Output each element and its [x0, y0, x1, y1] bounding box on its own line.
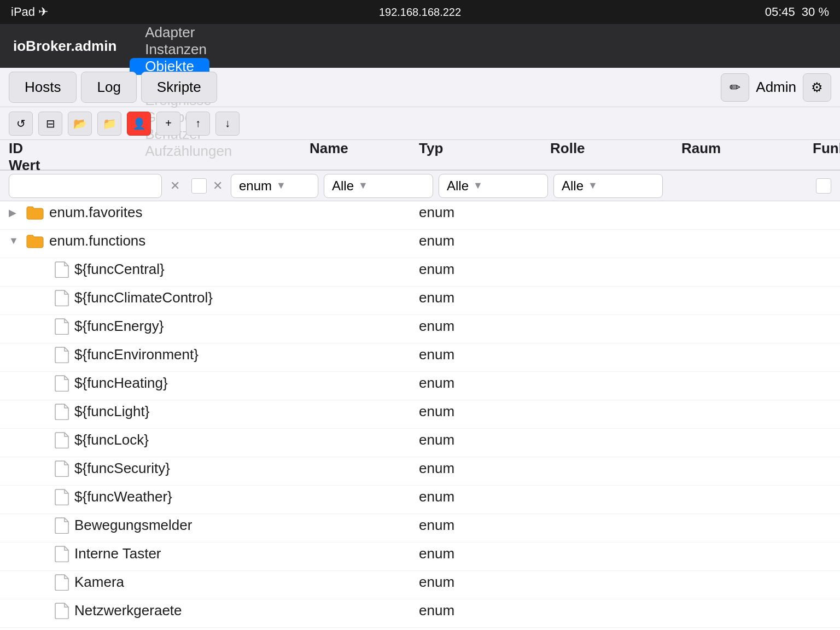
filter-wert-box [816, 178, 831, 194]
search-input[interactable] [9, 174, 162, 198]
filter-funktion-select[interactable]: Alle ▼ [553, 174, 663, 198]
row-typ: enum [419, 517, 550, 534]
filter-raum-value: Alle [447, 178, 469, 194]
edit-button[interactable]: ✏ [721, 73, 749, 102]
table-row[interactable]: Interne Tasterenum [0, 542, 840, 571]
table-row[interactable]: ${funcLock}enum [0, 429, 840, 457]
secondary-nav-tabs: HostsLogSkripte [9, 72, 221, 103]
top-nav-tabs: AdapterInstanzenObjekteZuständeEreigniss… [130, 24, 247, 68]
filter-rolle-value: Alle [332, 178, 354, 194]
col-header-id: ID [9, 140, 310, 157]
table-row[interactable]: ${funcWeather}enum [0, 486, 840, 514]
row-typ: enum [419, 375, 550, 392]
col-header-funktion: Funktion [813, 140, 840, 157]
row-id-text: Interne Taster [74, 545, 161, 562]
doc-icon [55, 489, 69, 505]
toolbar-person-delete-button[interactable]: 👤 [127, 112, 151, 136]
doc-icon [55, 432, 69, 448]
filter-color-group: ✕ [191, 178, 225, 194]
row-typ: enum [419, 289, 550, 306]
filter-raum-arrow: ▼ [473, 180, 483, 191]
table-row[interactable]: Bewegungsmelderenum [0, 514, 840, 542]
filter-typ-value: enum [239, 178, 272, 194]
sec-tab-log[interactable]: Log [81, 72, 136, 103]
secondary-nav: HostsLogSkripte ✏ Admin ⚙ [0, 68, 840, 107]
filter-funktion-value: Alle [562, 178, 584, 194]
toolbar-add-button[interactable]: + [156, 112, 180, 136]
search-clear-button[interactable]: ✕ [167, 178, 183, 194]
table-row[interactable]: ${funcSecurity}enum [0, 457, 840, 486]
row-typ: enum [419, 232, 550, 249]
row-typ: enum [419, 488, 550, 505]
col-header-wert: Wert [9, 157, 310, 174]
table-header: ID Name Typ Rolle Raum Funktion Wert [0, 140, 840, 171]
toolbar-folder-closed-button[interactable]: 📁 [97, 112, 121, 136]
row-id-text: ${funcWeather} [74, 488, 172, 505]
filter-rolle-select[interactable]: Alle ▼ [324, 174, 433, 198]
filter-typ-select[interactable]: enum ▼ [231, 174, 318, 198]
admin-label: Admin [756, 79, 796, 96]
table-row[interactable]: ${funcEnvironment}enum [0, 343, 840, 372]
row-id-text: Netzwerkgeraete [74, 602, 182, 619]
toolbar-upload-button[interactable]: ↑ [186, 112, 210, 136]
filter-raum-select[interactable]: Alle ▼ [439, 174, 548, 198]
toolbar-collapse-button[interactable]: ⊟ [38, 112, 62, 136]
toolbar-buttons: ↺⊟📂📁👤+↑↓ [9, 112, 240, 136]
expand-arrow[interactable]: ▶ [9, 207, 21, 219]
doc-icon [55, 347, 69, 363]
doc-icon [55, 404, 69, 420]
doc-icon [55, 290, 69, 306]
table-row[interactable]: ${funcEnergy}enum [0, 315, 840, 343]
row-id-text: Kamera [74, 574, 124, 591]
row-typ: enum [419, 403, 550, 420]
toolbar-refresh-button[interactable]: ↺ [9, 112, 33, 136]
row-typ: enum [419, 431, 550, 448]
gear-button[interactable]: ⚙ [803, 73, 831, 102]
table-row[interactable]: ▶ enum.favoritesenum [0, 201, 840, 230]
col-header-name: Name [310, 140, 419, 157]
filter-color-clear[interactable]: ✕ [210, 178, 225, 194]
table-row[interactable]: ▼ enum.functionsenum [0, 230, 840, 258]
col-header-rolle: Rolle [550, 140, 681, 157]
table-body: ▶ enum.favoritesenum▼ enum.functionsenum… [0, 201, 840, 630]
row-typ: enum [419, 602, 550, 619]
filter-color-box [191, 178, 207, 194]
expand-arrow[interactable]: ▼ [9, 235, 21, 247]
toolbar-download-button[interactable]: ↓ [215, 112, 240, 136]
row-typ: enum [419, 460, 550, 477]
status-center: 192.168.168.222 [379, 6, 461, 19]
status-time: 05:45 [765, 5, 795, 19]
nav-tab-adapter[interactable]: Adapter [130, 24, 210, 41]
sec-tab-skripte[interactable]: Skripte [141, 72, 217, 103]
row-id-text: ${funcCentral} [74, 261, 165, 278]
row-id-text: ${funcEnergy} [74, 318, 164, 335]
row-typ: enum [419, 574, 550, 591]
sec-tab-hosts[interactable]: Hosts [9, 72, 77, 103]
row-id-text: ${funcLight} [74, 403, 149, 420]
col-header-raum: Raum [681, 140, 813, 157]
table-row[interactable]: ${funcHeating}enum [0, 372, 840, 400]
nav-tab-instanzen[interactable]: Instanzen [130, 41, 222, 58]
doc-icon [55, 603, 69, 619]
table-row[interactable]: ${funcLight}enum [0, 400, 840, 429]
table-row[interactable]: ${funcClimateControl}enum [0, 287, 840, 315]
battery-status: 30 % [802, 5, 829, 19]
doc-icon [55, 574, 69, 591]
filter-typ-arrow: ▼ [276, 180, 286, 191]
table-row[interactable]: Netzwerkgeraeteenum [0, 599, 840, 628]
status-left: iPad ✈ [11, 5, 48, 19]
app-title: ioBroker.admin [0, 24, 130, 68]
top-nav: ioBroker.admin AdapterInstanzenObjekteZu… [0, 24, 840, 68]
row-typ: enum [419, 204, 550, 221]
filter-row: ✕ ✕ enum ▼ Alle ▼ Alle ▼ Alle ▼ [0, 171, 840, 201]
toolbar-folder-open-button[interactable]: 📂 [68, 112, 92, 136]
folder-icon [26, 234, 44, 249]
doc-icon [55, 261, 69, 278]
table-row[interactable]: Sensorenum [0, 628, 840, 630]
table-row[interactable]: ${funcCentral}enum [0, 258, 840, 287]
table-row[interactable]: Kameraenum [0, 571, 840, 599]
row-id-text: ${funcEnvironment} [74, 346, 199, 363]
row-id-text: ${funcLock} [74, 431, 149, 448]
row-id-text: ${funcClimateControl} [74, 289, 213, 306]
doc-icon [55, 375, 69, 392]
